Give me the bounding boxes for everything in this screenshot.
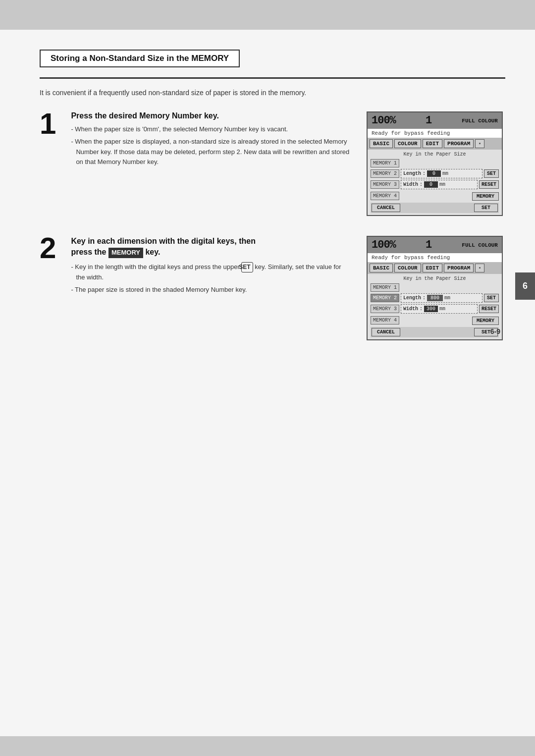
memory-row-1-1: MEMORY 1 [371, 159, 499, 167]
bottom-buttons-1: CANCEL SET [371, 203, 499, 213]
colon-w-2: : [420, 306, 423, 312]
intro-text: It is convenient if a frequently used no… [40, 89, 505, 97]
step-2-number-block: 2 Key in each dimension with the digital… [40, 236, 352, 297]
screen-top-bar-1: 100% 1 FULL COLOUR [368, 112, 502, 129]
step-1-number-block: 1 Press the desired Memory Number key. -… [40, 111, 352, 169]
memory-label-2-4: MEMORY 4 [371, 316, 399, 324]
screen-tabs-2: BASIC COLOUR EDIT PROGRAM ▪ [368, 262, 502, 274]
section-divider [40, 77, 505, 79]
memory-btn-1[interactable]: MEMORY [472, 192, 499, 201]
section-title-box: Storing a Non-Standard Size in the MEMOR… [40, 50, 240, 67]
tab-colour-2[interactable]: COLOUR [394, 264, 421, 272]
step-2-heading-line1: Key in each dimension with the digital k… [71, 237, 256, 245]
step-2: 2 Key in each dimension with the digital… [40, 236, 505, 340]
tab-program-1[interactable]: PROGRAM [444, 139, 474, 148]
step-2-heading-key: MEMORY [108, 248, 143, 258]
colon-1: : [423, 171, 426, 176]
step-2-content: Key in each dimension with the digital k… [71, 236, 352, 297]
step-1-bullet-2: - When the paper size is displayed, a no… [71, 137, 352, 167]
length-unit-1: mm [442, 171, 448, 176]
set-circled: SET [241, 262, 253, 272]
memory-label-1-1: MEMORY 1 [371, 159, 399, 167]
main-content: Storing a Non-Standard Size in the MEMOR… [0, 30, 535, 360]
width-label-1: Width [403, 182, 418, 187]
bottom-buttons-2: CANCEL SET [371, 327, 499, 337]
length-unit-2: mm [444, 295, 450, 301]
memory-label-1-3: MEMORY 3 [371, 180, 399, 189]
screen-status-1: Ready for bypass feeding [368, 129, 502, 138]
width-unit-1: mm [439, 182, 445, 187]
tab-more-1[interactable]: ▪ [475, 139, 484, 148]
tab-more-2[interactable]: ▪ [475, 264, 484, 272]
step-1-screen: 100% 1 FULL COLOUR Ready for bypass feed… [367, 111, 505, 216]
memory-label-2-2: MEMORY 2 [371, 294, 399, 302]
screen-body-2: Key in the Paper Size MEMORY 1 MEMORY 2 … [368, 274, 502, 339]
step-2-heading-end: key. [145, 248, 160, 256]
width-label-2: Width [403, 306, 418, 312]
step-1-left: 1 Press the desired Memory Number key. -… [40, 111, 352, 169]
bottom-bar [0, 736, 535, 756]
width-unit-2: mm [439, 306, 445, 312]
chapter-number: 6 [523, 281, 528, 291]
chapter-tab: 6 [515, 272, 535, 300]
step-2-screen: 100% 1 FULL COLOUR Ready for bypass feed… [367, 236, 505, 340]
machine-screen-2: 100% 1 FULL COLOUR Ready for bypass feed… [367, 236, 503, 340]
step-1-number: 1 [40, 109, 56, 139]
tab-edit-2[interactable]: EDIT [423, 264, 442, 272]
step-2-heading: Key in each dimension with the digital k… [71, 236, 352, 258]
length-row-2: Length : 800 mm [401, 293, 482, 303]
tab-program-2[interactable]: PROGRAM [444, 264, 474, 272]
length-label-1: Length [403, 171, 421, 176]
step-2-body: - Key in the length with the digital key… [71, 262, 352, 295]
screen-body-1: Key in the Paper Size MEMORY 1 MEMORY 2 … [368, 150, 502, 215]
set-bottom-btn-1[interactable]: SET [474, 204, 498, 212]
set-length-btn-1[interactable]: SET [484, 169, 499, 178]
screen-instruction-1: Key in the Paper Size [371, 152, 499, 157]
steps-container: 1 Press the desired Memory Number key. -… [40, 111, 505, 340]
set-length-btn-2[interactable]: SET [484, 294, 499, 302]
page: Storing a Non-Standard Size in the MEMOR… [0, 0, 535, 756]
step-1-content: Press the desired Memory Number key. - W… [71, 111, 352, 169]
tab-edit-1[interactable]: EDIT [423, 139, 442, 148]
step-1-body: - When the paper size is '0mm', the sele… [71, 124, 352, 167]
memory-row-2-1: MEMORY 1 [371, 283, 499, 292]
screen-num-2: 1 [426, 239, 432, 251]
step-1-bullet-1: - When the paper size is '0mm', the sele… [71, 124, 352, 135]
bottom-page-number: 6-9 [490, 327, 500, 335]
screen-tabs-1: BASIC COLOUR EDIT PROGRAM ▪ [368, 138, 502, 150]
machine-screen-1: 100% 1 FULL COLOUR Ready for bypass feed… [367, 111, 503, 216]
cancel-btn-2[interactable]: CANCEL [372, 328, 400, 336]
reset-btn-1[interactable]: RESET [479, 180, 499, 189]
screen-status-2: Ready for bypass feeding [368, 253, 502, 262]
width-value-1: 0 [424, 181, 438, 188]
screen-instruction-2: Key in the Paper Size [371, 276, 499, 281]
step-2-left: 2 Key in each dimension with the digital… [40, 236, 352, 297]
tab-colour-1[interactable]: COLOUR [394, 139, 421, 148]
screen-percent-1: 100% [372, 114, 396, 127]
reset-btn-2[interactable]: RESET [479, 305, 499, 313]
screen-num-1: 1 [426, 114, 432, 127]
memory-label-1-2: MEMORY 2 [371, 169, 399, 178]
screen-colour-label-2: FULL COLOUR [462, 242, 498, 248]
width-row-1: Width : 0 mm [401, 180, 478, 189]
step-1: 1 Press the desired Memory Number key. -… [40, 111, 505, 216]
tab-basic-2[interactable]: BASIC [370, 264, 393, 272]
memory-btn-2[interactable]: MEMORY [472, 317, 499, 325]
cancel-btn-1[interactable]: CANCEL [372, 204, 400, 212]
screen-colour-label-1: FULL COLOUR [462, 118, 498, 124]
colon-w-1: : [420, 182, 423, 187]
memory-row-1-4: MEMORY 4 MEMORY [371, 191, 499, 201]
memory-label-2-1: MEMORY 1 [371, 283, 399, 292]
step-2-heading-line2: press the [71, 248, 106, 256]
memory-row-2-4: MEMORY 4 MEMORY [371, 315, 499, 325]
step-2-bullet-2: - The paper size is stored in the shaded… [71, 285, 352, 295]
width-value-2: 300 [424, 306, 438, 312]
screen-percent-2: 100% [372, 239, 396, 251]
memory-row-2-3: MEMORY 3 Width : 300 mm RESET [371, 304, 499, 314]
memory-label-2-3: MEMORY 3 [371, 305, 399, 313]
length-row-1: Length : 0 mm [401, 169, 482, 178]
tab-basic-1[interactable]: BASIC [370, 139, 393, 148]
memory-row-1-2: MEMORY 2 Length : 0 mm SET [371, 169, 499, 178]
width-row-2: Width : 300 mm [401, 304, 478, 314]
memory-row-1-3: MEMORY 3 Width : 0 mm RESET [371, 180, 499, 189]
